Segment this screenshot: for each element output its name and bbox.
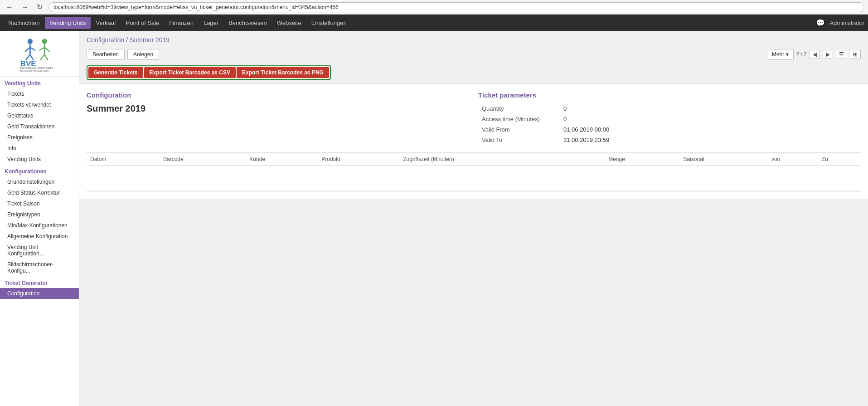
action-buttons-bar: Generate Tickets Export Ticket Barcodes … (79, 63, 868, 83)
nav-webseite[interactable]: Webseite (272, 17, 306, 29)
top-nav: Nachrichten Vending Units Verkauf Point … (4, 17, 351, 29)
table-empty-row-1 (87, 166, 861, 178)
form-right: Ticket parameters Quantity 0 Access time… (478, 91, 861, 145)
col-empty (582, 153, 605, 166)
param-value-access-time: 0 (560, 114, 861, 124)
data-table: Datum Barcode Kunde Produkt Zugriffszeit… (87, 153, 861, 191)
sidebar: BVE EIN KOMMUNALUNTERNEHMEN DER STADT KÖ… (0, 31, 79, 406)
export-csv-button[interactable]: Export Ticket Barcodes as CSV (144, 67, 236, 78)
breadcrumb-current: Summer 2019 (130, 36, 170, 44)
col-barcode: Barcode (160, 153, 246, 166)
sidebar-item-grundeinstellungen[interactable]: Grundeinstellungen (0, 176, 79, 187)
table-empty-row-2 (87, 178, 861, 191)
col-produkt: Produkt (318, 153, 399, 166)
param-row-access-time: Access time (Minutes) 0 (478, 114, 861, 124)
grid-view-button[interactable]: ⊞ (850, 50, 861, 59)
sidebar-item-tickets-verwendet[interactable]: Tickets verwendet (0, 99, 79, 110)
table-header-row: Datum Barcode Kunde Produkt Zugriffszeit… (87, 153, 861, 166)
forward-button[interactable]: → (19, 2, 31, 12)
generate-tickets-button[interactable]: Generate Tickets (88, 67, 143, 78)
nav-nachrichten[interactable]: Nachrichten (4, 17, 44, 29)
param-row-valid-from: Valid From 01.06.2019 00:00 (478, 124, 861, 135)
svg-text:BVE: BVE (20, 59, 36, 68)
back-button[interactable]: ← (4, 2, 15, 12)
param-label-valid-to: Valid To (478, 135, 560, 145)
anlegen-button[interactable]: Anlegen (127, 49, 159, 60)
col-zugriffszeit: Zugriffszeit (Minuten) (399, 153, 582, 166)
bearbeiten-button[interactable]: Bearbeiten (87, 49, 125, 60)
nav-lager[interactable]: Lager (199, 17, 223, 29)
param-label-quantity: Quantity (478, 103, 560, 114)
param-value-quantity: 0 (560, 103, 861, 114)
sidebar-item-allgemeine-konfiguration[interactable]: Allgemeine Konfiguration (0, 231, 79, 242)
action-buttons-group: Generate Tickets Export Ticket Barcodes … (87, 65, 331, 80)
col-von: von (768, 153, 818, 166)
svg-line-9 (44, 47, 49, 51)
breadcrumb-parent[interactable]: Configuration (87, 36, 124, 44)
data-table-wrapper: Datum Barcode Kunde Produkt Zugriffszeit… (79, 152, 868, 199)
col-datum: Datum (87, 153, 160, 166)
form-section-title-right: Ticket parameters (478, 91, 861, 99)
sidebar-item-vending-unit-konfiguration[interactable]: Vending Unit Konfiguration... (0, 242, 79, 259)
sidebar-item-geld-status-korrektur[interactable]: Geld Status Korrektur (0, 187, 79, 198)
nav-point-of-sale[interactable]: Point of Sale (121, 17, 164, 29)
sidebar-header-vending-units: Vending Units (0, 77, 79, 88)
logo-svg: BVE EIN KOMMUNALUNTERNEHMEN DER STADT KÖ… (17, 35, 62, 72)
form-left: Configuration Summer 2019 (87, 91, 469, 145)
reload-button[interactable]: ↻ (34, 2, 45, 12)
export-png-button[interactable]: Export Ticket Barcodes as PNG (237, 67, 329, 78)
params-table: Quantity 0 Access time (Minutes) 0 Valid… (478, 103, 861, 145)
svg-line-10 (40, 54, 44, 60)
admin-label[interactable]: Administrator (829, 20, 864, 26)
main-content: Configuration / Summer 2019 Bearbeiten A… (79, 31, 868, 406)
mehr-button[interactable]: Mehr ▾ (767, 49, 794, 60)
sidebar-header-konfigurationen: Konfigurationen (0, 165, 79, 176)
list-view-button[interactable]: ☰ (836, 50, 847, 59)
svg-line-3 (30, 47, 35, 50)
svg-line-11 (44, 54, 48, 60)
param-label-valid-from: Valid From (478, 124, 560, 135)
sidebar-item-ereignistypen[interactable]: Ereignistypen (0, 209, 79, 220)
pagination: 2 / 2 (796, 51, 807, 58)
nav-vending-units[interactable]: Vending Units (45, 17, 90, 29)
nav-berichtswesen[interactable]: Berichtswesen (224, 17, 272, 29)
col-kunde: Kunde (246, 153, 318, 166)
form-area: Configuration Summer 2019 Ticket paramet… (79, 83, 868, 152)
param-row-valid-to: Valid To 31.08.2019 23:59 (478, 135, 861, 145)
sidebar-item-tickets[interactable]: Tickets (0, 88, 79, 99)
svg-line-2 (25, 47, 30, 51)
svg-text:EIN KOMMUNALUNTERNEHMEN: EIN KOMMUNALUNTERNEHMEN (20, 67, 53, 69)
breadcrumb-separator: / (126, 36, 128, 44)
sidebar-item-info[interactable]: Info (0, 143, 79, 154)
next-record-button[interactable]: ▶ (823, 50, 833, 59)
svg-line-8 (39, 47, 44, 50)
col-saisonal: Saisonal (679, 153, 768, 166)
col-menge: Menge (605, 153, 679, 166)
param-value-valid-to: 31.08.2019 23:59 (560, 135, 861, 145)
sidebar-item-ticket-saison[interactable]: Ticket Saison (0, 198, 79, 209)
col-zu: Zu (818, 153, 861, 166)
url-bar: localhost:8069/web#id=3&view_type=form&m… (48, 2, 864, 12)
sidebar-header-ticket-generator: Ticket Generator (0, 276, 79, 288)
chat-icon[interactable]: 💬 (816, 19, 825, 27)
sidebar-item-bildschirmschoner[interactable]: Bildschirmschoner-Konfigu... (0, 259, 79, 276)
nav-verkauf[interactable]: Verkauf (92, 17, 121, 29)
table-divider-bottom (87, 191, 861, 191)
sidebar-item-configuration[interactable]: Configuration (0, 288, 79, 299)
form-section-title-left: Configuration (87, 91, 469, 99)
svg-point-0 (28, 39, 33, 44)
sidebar-item-geld-transaktionen[interactable]: Geld Transaktionen (0, 121, 79, 132)
table-body (87, 166, 861, 191)
sidebar-item-ereignisse[interactable]: Ereignisse (0, 132, 79, 143)
param-row-quantity: Quantity 0 (478, 103, 861, 114)
nav-finanzen[interactable]: Finanzen (165, 17, 198, 29)
breadcrumb: Configuration / Summer 2019 (79, 31, 868, 47)
logo: BVE EIN KOMMUNALUNTERNEHMEN DER STADT KÖ… (0, 31, 79, 77)
form-record-name: Summer 2019 (87, 103, 469, 114)
sidebar-item-vending-units[interactable]: Vending Units (0, 154, 79, 165)
sidebar-item-geldstatus[interactable]: Geldstatus (0, 110, 79, 121)
nav-einstellungen[interactable]: Einstellungen (307, 17, 351, 29)
svg-point-6 (42, 39, 47, 44)
prev-record-button[interactable]: ◀ (810, 50, 820, 59)
sidebar-item-minmax[interactable]: Min/Max Konfigurationen (0, 220, 79, 231)
